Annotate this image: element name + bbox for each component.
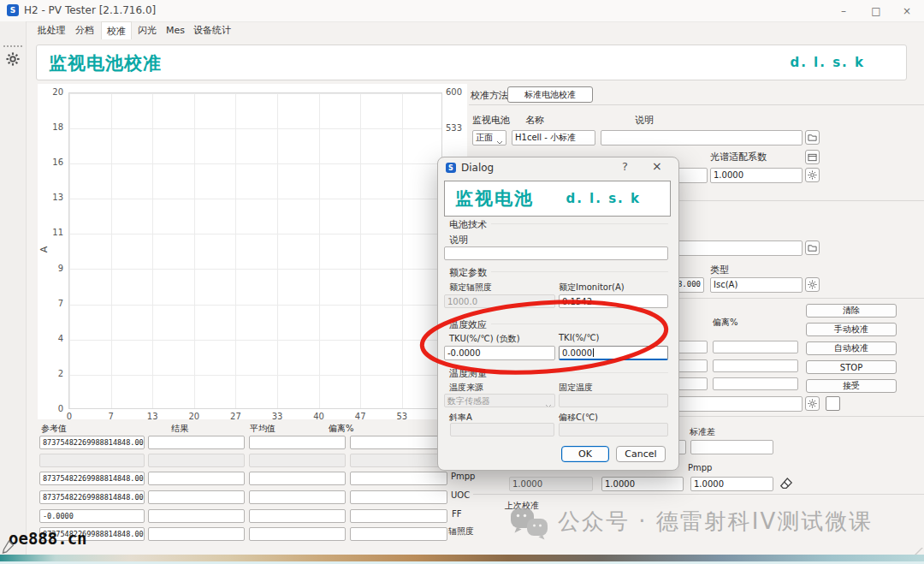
dialog-help-button[interactable]: ? — [622, 160, 628, 173]
action-button-2[interactable]: 手动校准 — [806, 323, 897, 336]
table-cell-ref[interactable]: -0.0000 — [39, 509, 145, 523]
wechat-watermark: 公众号 · 德雷射科IV测试微课 — [510, 507, 873, 543]
table-cell-avg[interactable] — [249, 436, 346, 449]
table-cell-avg[interactable] — [249, 490, 346, 504]
calib-method-label: 校准方法 — [471, 89, 508, 102]
table-cell-dev[interactable] — [350, 527, 447, 541]
close-button[interactable]: × — [893, 0, 921, 21]
row-label-UOC: UOC — [451, 490, 470, 500]
row-label-FF: FF — [452, 509, 462, 519]
dialog-desc-label: 说明 — [449, 234, 468, 246]
offset-input[interactable] — [559, 423, 668, 436]
factor-input-3[interactable]: 1.0000 — [690, 477, 773, 491]
page-title: 监视电池校准 — [49, 51, 162, 75]
text-caret — [593, 348, 594, 357]
type-label: 类型 — [710, 264, 729, 276]
x-tick-label: 13 — [143, 412, 162, 421]
type-input[interactable]: Isc(A) — [710, 277, 803, 293]
settings-gear-icon[interactable] — [6, 52, 20, 69]
table-cell-avg[interactable] — [249, 527, 346, 541]
x-tick-label: 40 — [310, 412, 329, 421]
table-cell-ref[interactable]: 87375482269988814848.0000 — [39, 490, 145, 504]
table-cell-result[interactable] — [148, 436, 245, 449]
tki-input[interactable]: 0.0000 — [559, 346, 668, 360]
temp-effect-group-label: 温度效应 — [449, 318, 487, 331]
type-settings-button[interactable] — [805, 277, 820, 292]
eraser-button[interactable] — [778, 474, 795, 495]
maximize-button[interactable]: □ — [862, 0, 890, 21]
menu-tab-5[interactable]: Mes — [163, 21, 188, 39]
menu-tab-1[interactable]: 批处理 — [34, 21, 68, 39]
irradiance-input[interactable]: 1000.0 — [444, 294, 555, 308]
table-cell-result[interactable] — [148, 472, 245, 485]
table-cell-ref[interactable] — [39, 454, 145, 467]
table-cell-ref[interactable]: 87375482269988814848.0000 — [39, 436, 145, 449]
table-cell-dev[interactable] — [350, 509, 447, 523]
spectral-label: 光谱适配系数 — [710, 151, 767, 163]
menu-tab-6[interactable]: 设备统计 — [190, 21, 234, 39]
right-tick-label: 600 — [446, 87, 462, 97]
group-line — [491, 223, 668, 224]
y-tick-label: 7 — [34, 299, 63, 308]
table-cell-avg[interactable] — [249, 509, 346, 523]
dialog-desc-input[interactable] — [444, 246, 668, 260]
table-cell-result[interactable] — [148, 509, 245, 523]
menu-tab-2[interactable]: 分档 — [72, 21, 98, 39]
temp-source-label: 温度来源 — [449, 382, 483, 394]
gear-icon — [808, 280, 817, 289]
group-line — [491, 271, 668, 272]
side-select[interactable]: 正面 — [472, 130, 506, 145]
fixed-temp-input[interactable] — [559, 394, 668, 407]
measure-input-deviation[interactable] — [713, 377, 798, 390]
table-cell-result[interactable] — [148, 490, 245, 504]
tku-input[interactable]: -0.0000 — [444, 346, 555, 360]
factor-input-1[interactable]: 1.0000 — [509, 477, 593, 491]
dialog-close-button[interactable]: × — [652, 159, 662, 173]
dialog-header-box: 监视电池 d. l. s. k — [444, 181, 671, 217]
spectral-input[interactable]: 1.0000 — [710, 168, 803, 183]
table-cell-dev[interactable] — [350, 454, 447, 467]
tech-group-label: 电池技术 — [449, 218, 487, 231]
calib-method-tab-button[interactable]: 标准电池校准 — [507, 86, 593, 103]
row-label-辐照度: 辐照度 — [448, 525, 474, 537]
table-header-3: 平均值 — [250, 423, 275, 435]
browse-folder-button[interactable] — [805, 240, 820, 255]
y-tick-label: 11 — [34, 228, 63, 237]
factor-input-2[interactable]: 1.0000 — [601, 477, 684, 491]
spectral-settings-button[interactable] — [805, 168, 820, 182]
page-header-card: 监视电池校准 d. l. s. k — [36, 45, 907, 80]
table-cell-result[interactable] — [148, 454, 245, 467]
table-cell-dev[interactable] — [350, 472, 447, 485]
table-cell-avg[interactable] — [249, 454, 346, 467]
enable-checkbox[interactable] — [826, 396, 840, 411]
imonitor-input[interactable]: 0.1542 — [559, 294, 668, 308]
pmpp-factor-label: Pmpp — [688, 463, 712, 472]
action-button-5[interactable]: 接受 — [806, 379, 897, 393]
action-button-3[interactable]: 自动校准 — [806, 341, 897, 355]
minimize-button[interactable]: – — [830, 0, 857, 21]
result-settings-button[interactable] — [805, 396, 820, 411]
spectrum-table-button[interactable] — [805, 150, 820, 164]
temp-source-select[interactable]: 数字传感器 — [444, 394, 555, 407]
action-button-1[interactable]: 清除 — [806, 304, 897, 318]
table-cell-dev[interactable] — [350, 436, 447, 449]
sidebar-grip[interactable] — [3, 45, 22, 47]
cancel-button[interactable]: Cancel — [616, 446, 666, 462]
std-dev-input[interactable] — [690, 440, 773, 454]
table-cell-result[interactable] — [148, 527, 245, 541]
open-folder-button[interactable] — [805, 130, 820, 145]
name-input[interactable]: H1cell - 小标准 — [512, 130, 595, 145]
menu-tab-3[interactable]: 校准 — [101, 21, 132, 39]
menu-tab-4[interactable]: 闪光 — [133, 21, 161, 39]
table-header-1: 参考值 — [41, 423, 67, 435]
name-label: 名称 — [525, 114, 544, 127]
measure-input-deviation[interactable] — [713, 341, 798, 353]
table-cell-dev[interactable] — [350, 490, 447, 504]
ok-button[interactable]: OK — [561, 446, 609, 462]
table-cell-avg[interactable] — [249, 472, 346, 485]
measure-input-deviation[interactable] — [713, 359, 798, 372]
action-button-4[interactable]: STOP — [806, 360, 897, 374]
table-cell-ref[interactable]: 87375482269988814848.0000 — [39, 472, 145, 485]
desc-input[interactable] — [601, 130, 803, 145]
slope-input[interactable] — [450, 423, 554, 436]
